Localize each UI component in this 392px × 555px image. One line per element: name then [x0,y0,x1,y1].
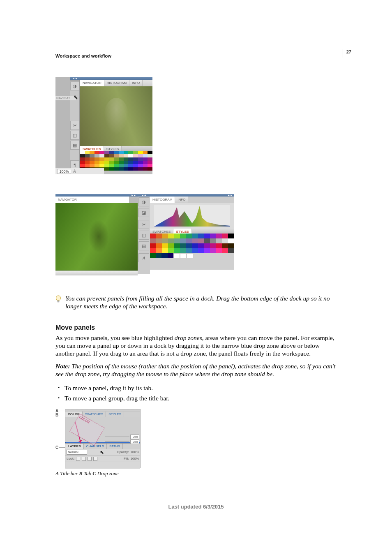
tool-icon: ▤ [138,241,149,250]
masks-icon: ◪ [138,208,149,217]
collapse-arrow-icon: ◄◄ [70,77,80,80]
panel-tabs-top: COLOR SWATCHES STYLES [65,412,140,417]
color-panel-body: COLOR 255 255 [65,417,140,442]
figure-dock-overlay: ◄◄ ◑ ✂ ◫ ▤ ¶ NAVIGAT ⬉ NAVIGATOR HISTOGR… [55,77,152,174]
lock-label: Lock: [67,457,74,460]
navigator-tab: NAVIGATOR [55,197,129,203]
clone-icon: ◫ [138,231,149,240]
a-icon: A [73,169,76,173]
character-icon: A [138,253,149,262]
bullet-item: To move a panel, drag it by its tab. [65,383,339,393]
body-paragraph: As you move panels, you see blue highlig… [55,334,339,357]
callout-C: C [55,445,58,450]
fill-value: 100% [131,457,139,460]
zoom-readout: 100% [57,169,71,174]
brush-icon: ✂ [138,220,149,229]
note-paragraph: Note: The position of the mouse (rather … [55,362,339,378]
paths-tab: PATHS [107,444,122,449]
icon-dock: ◄◄ ◑ ◪ ✂ ◫ ▤ A [138,194,150,274]
layers-panel-body: Normal ⬉ Opacity: 100% Lock: Fill: 100% [65,449,140,469]
brush-icon: ✂ [70,121,79,130]
clone-icon: ◫ [70,131,79,140]
figure-drag-panel: A B C COLOR SWATCHES STYLES COLOR 255 [55,409,141,468]
svg-rect-1 [58,301,59,302]
info-tab: INFO [129,80,143,86]
navigator-tab: NAVIGATOR [80,80,104,86]
fill-label: Fill: [124,457,129,460]
bullet-item: To move a panel group, drag the title ba… [65,393,339,403]
styles-tab: STYLES [173,229,191,234]
histogram-tab: HISTOGRAM [104,80,129,86]
channels-tab: CHANNELS [84,444,107,449]
adjust-icon: ◑ [70,81,79,90]
swatches-tab: SWATCHES [80,146,104,151]
info-tab: INFO [175,197,188,203]
dragging-panel-ghost: COLOR [69,414,105,446]
adjust-icon: ◑ [138,197,149,206]
swatches-tab: SWATCHES [83,412,106,417]
tool-icon: ▤ [70,141,79,150]
navigator-preview [55,203,138,271]
swatch-grid [150,234,234,258]
navigator-status [55,271,138,275]
lightbulb-icon [55,295,61,303]
opacity-value: 100% [131,450,139,454]
styles-tab: STYLES [104,146,122,151]
cursor-icon: ⬉ [89,449,115,455]
panel-tabs-bottom: LAYERS CHANNELS PATHS [65,443,140,449]
histogram-tab: HISTOGRAM [150,197,175,203]
tip-text: You can prevent panels from filling all … [65,294,339,310]
page-number: 27 [346,49,351,54]
section-header: Workspace and workflow [55,53,339,58]
blend-mode-field: Normal [67,450,87,455]
heading-move-panels: Move panels [55,324,339,331]
figure-dock-expanded: ►► NAVIGATOR ◄◄ ◑ ◪ ✂ ◫ ▤ A ►► [55,194,234,274]
last-updated: Last updated 6/3/2015 [0,504,392,510]
cursor-icon: ⬉ [73,94,78,101]
swatches-tab: SWATCHES [150,229,173,234]
opacity-label: Opacity: [117,450,129,454]
callout-B: B [55,413,58,417]
navigator-preview [80,86,152,146]
figure3-caption: A Title bar B Tab C Drop zone [55,471,339,477]
svg-point-0 [56,296,61,301]
styles-tab: STYLES [106,412,124,417]
histogram-graph [154,205,230,227]
